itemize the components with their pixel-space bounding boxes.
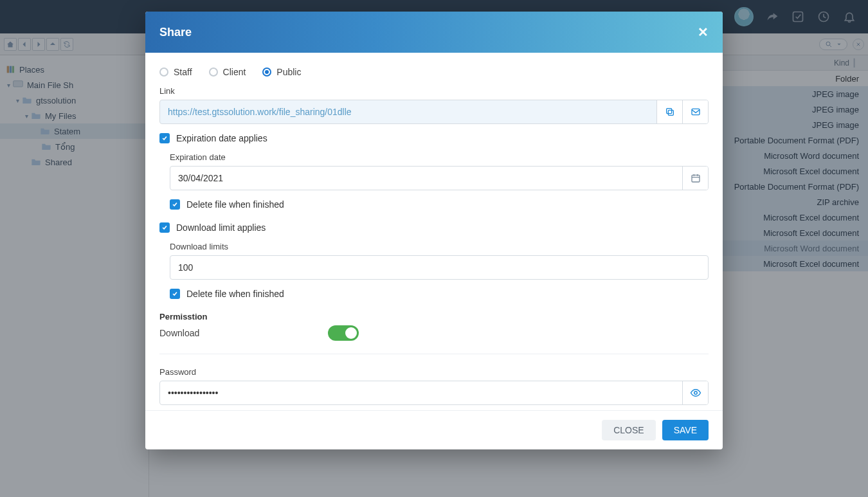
checkbox-checked-icon <box>159 133 170 143</box>
checkbox-checked-icon <box>170 289 180 299</box>
copy-link-button[interactable] <box>656 100 682 123</box>
radio-staff[interactable]: Staff <box>159 67 192 77</box>
link-label: Link <box>159 86 709 96</box>
audience-radio-group: Staff Client Public <box>159 67 709 77</box>
checkbox-label: Delete file when finished <box>186 199 284 210</box>
modal-title: Share <box>159 26 192 39</box>
radio-icon <box>159 68 168 77</box>
svg-rect-17 <box>666 109 671 114</box>
reveal-password-button[interactable] <box>682 381 708 404</box>
modal-body: Staff Client Public Link <box>145 53 723 410</box>
checkbox-label: Expiration date applies <box>176 133 267 143</box>
eye-icon <box>690 387 701 399</box>
radio-client[interactable]: Client <box>209 67 246 77</box>
share-modal: Share ✕ Staff Client Public Link <box>145 12 723 449</box>
svg-point-23 <box>694 392 697 395</box>
radio-label: Staff <box>174 67 192 77</box>
svg-rect-19 <box>692 175 700 182</box>
checkbox-label: Download limit applies <box>176 222 266 233</box>
calendar-icon <box>691 173 701 183</box>
download-limit-applies-checkbox[interactable]: Download limit applies <box>159 222 709 233</box>
download-limits-input[interactable] <box>170 256 708 279</box>
svg-rect-16 <box>668 110 673 115</box>
calendar-button[interactable] <box>682 167 708 190</box>
checkbox-checked-icon <box>170 199 180 210</box>
download-limit-sub: Download limits Delete file when finishe… <box>170 242 709 299</box>
share-link-input[interactable] <box>160 100 656 123</box>
checkbox-checked-icon <box>159 222 170 233</box>
radio-label: Public <box>276 67 301 77</box>
expiration-sub: Expiration date Delete file when finishe… <box>170 152 709 210</box>
expiration-date-label: Expiration date <box>170 152 709 162</box>
link-input-group <box>159 100 709 124</box>
download-permission-label: Download <box>159 328 199 338</box>
checkbox-label: Delete file when finished <box>186 289 284 299</box>
permission-heading: Permisstion <box>159 312 709 321</box>
modal-header: Share ✕ <box>145 12 723 53</box>
expiration-applies-checkbox[interactable]: Expiration date applies <box>159 133 709 143</box>
email-link-button[interactable] <box>682 100 708 123</box>
password-group <box>159 381 709 405</box>
radio-public[interactable]: Public <box>262 67 301 77</box>
radio-icon <box>209 68 218 77</box>
close-button[interactable]: CLOSE <box>602 420 655 440</box>
delete-when-finished-1-checkbox[interactable]: Delete file when finished <box>170 199 709 210</box>
password-label: Password <box>159 367 709 377</box>
mail-icon <box>691 107 701 117</box>
download-limits-group <box>170 255 709 280</box>
download-limits-label: Download limits <box>170 242 709 251</box>
modal-footer: CLOSE SAVE <box>145 410 723 449</box>
svg-rect-18 <box>692 109 700 114</box>
expiration-date-group <box>170 166 709 190</box>
divider <box>159 354 709 354</box>
radio-label: Client <box>223 67 246 77</box>
radio-icon-checked <box>262 68 271 77</box>
close-modal-icon[interactable]: ✕ <box>698 24 709 40</box>
expiration-date-input[interactable] <box>170 167 682 190</box>
copy-icon <box>665 107 675 117</box>
download-permission-row: Download <box>159 325 709 341</box>
save-button[interactable]: SAVE <box>662 420 709 440</box>
modal-overlay: Share ✕ Staff Client Public Link <box>0 0 868 497</box>
download-toggle[interactable] <box>328 325 359 341</box>
password-input[interactable] <box>160 381 682 404</box>
delete-when-finished-2-checkbox[interactable]: Delete file when finished <box>170 289 709 299</box>
